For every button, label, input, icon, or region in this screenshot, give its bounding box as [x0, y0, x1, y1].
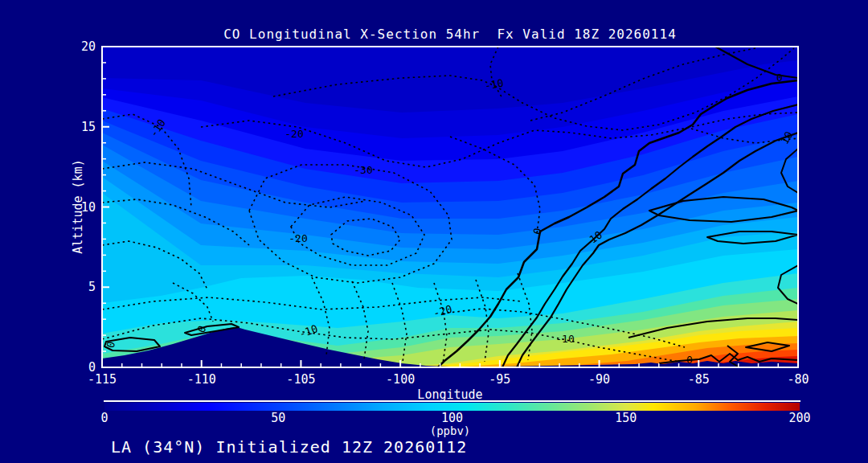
plot-area: -10-20-30-20-10-20-10-10010010000 — [102, 47, 798, 367]
y-tick-label: 15 — [81, 120, 96, 134]
contour-label: -10 — [555, 333, 574, 345]
colorbar-tick-label: 100 — [424, 411, 481, 425]
x-tick-label: -105 — [286, 372, 315, 387]
co-cross-section-figure: -10-20-30-20-10-20-10-10010010000-115-11… — [0, 0, 868, 463]
x-tick-label: -110 — [187, 372, 216, 387]
colorbar-tick-label: 200 — [772, 411, 828, 425]
contour-label: -30 — [354, 164, 372, 176]
x-tick-label: -80 — [787, 372, 809, 387]
contour-label: 0 — [776, 72, 783, 84]
x-tick-label: -100 — [386, 372, 415, 387]
contour-label: -20 — [285, 128, 303, 140]
y-tick-label: 20 — [81, 39, 96, 54]
y-tick-label: 0 — [88, 360, 96, 375]
colorbar-top-line — [104, 400, 800, 402]
colorbar-tick-label: 0 — [76, 411, 133, 425]
x-tick-label: -85 — [688, 372, 710, 387]
chart-title: CO Longitudinal X-Section 54hr Fx Valid … — [102, 27, 798, 42]
colorbar-tick-label: 50 — [250, 411, 306, 425]
contour-label: 0 — [686, 354, 693, 366]
colorbar-gradient — [104, 403, 800, 411]
contour-label: -20 — [289, 232, 307, 244]
colorbar-tick-label: 150 — [598, 411, 654, 425]
y-axis-title: Altitude (km) — [71, 159, 85, 253]
y-tick-label: 5 — [88, 280, 96, 294]
initialization-annotation: LA (34°N) Initialized 12Z 20260112 — [111, 437, 467, 457]
colorbar-unit-label: (ppbv) — [102, 424, 798, 437]
x-tick-label: -95 — [489, 372, 510, 387]
x-tick-label: -90 — [588, 372, 610, 387]
